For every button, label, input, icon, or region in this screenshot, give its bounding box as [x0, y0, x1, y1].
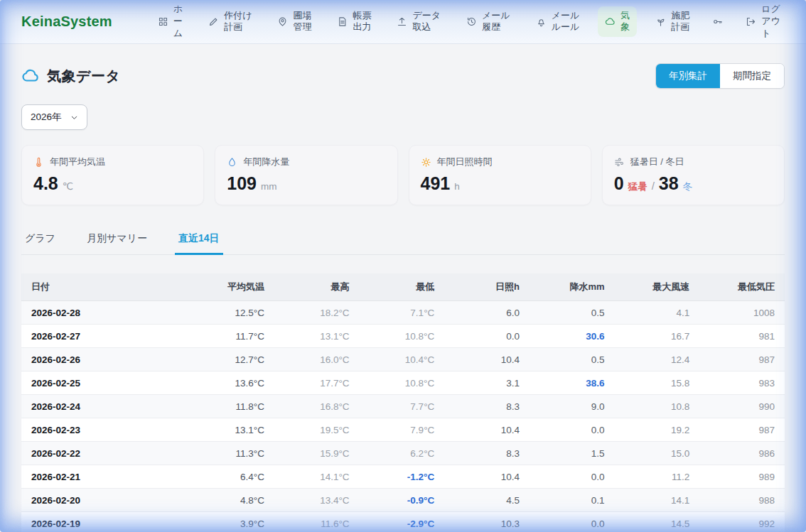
cell-col-6: 11.2: [615, 465, 700, 489]
nav-label-field-management: 圃場 管理: [293, 10, 311, 34]
cell-col-6: 14.1: [615, 489, 700, 512]
cell-col-2: 11.6°C: [274, 512, 360, 532]
nav-item-fertilizer-plan[interactable]: 施肥 計画: [648, 6, 697, 38]
separator: /: [652, 180, 655, 192]
grid-icon: [158, 16, 168, 27]
card-extreme-days: 猛暑日 / 冬日 0 猛暑 / 38 冬: [602, 145, 785, 205]
column-header-4: 日照h: [444, 273, 530, 301]
year-select[interactable]: 2026年: [21, 104, 87, 130]
cell-col-5: 0.0: [530, 465, 615, 489]
column-header-0: 日付: [21, 273, 189, 301]
column-header-5: 降水mm: [530, 273, 615, 301]
cell-col-4: 0.0: [444, 325, 530, 348]
column-header-2: 最高: [274, 273, 360, 301]
nav-label-mail-history: メール 履歴: [482, 10, 510, 34]
column-header-3: 最低: [360, 273, 445, 301]
cell-col-1: 13.1°C: [189, 418, 274, 442]
cell-col-3: 10.4°C: [360, 348, 445, 371]
key-button[interactable]: [708, 13, 727, 31]
hot-days-label: 猛暑: [628, 180, 648, 193]
cell-col-4: 10.4: [444, 418, 530, 442]
cell-col-6: 19.2: [615, 418, 700, 442]
nav-item-field-management[interactable]: 圃場 管理: [270, 6, 318, 38]
nav-item-mail-rules[interactable]: メール ルール: [529, 6, 587, 38]
cell-col-3: 7.7°C: [360, 395, 445, 418]
view-tabs: グラフ 月別サマリー 直近14日: [21, 226, 785, 255]
cell-col-2: 15.9°C: [274, 442, 360, 465]
tab-monthly-summary[interactable]: 月別サマリー: [83, 226, 151, 255]
cell-col-1: 11.7°C: [189, 325, 274, 348]
droplet-icon: [227, 157, 237, 168]
card-sunshine-unit: h: [454, 181, 460, 192]
tab-recent-14days[interactable]: 直近14日: [175, 226, 223, 255]
card-rainfall: 年間降水量 109 mm: [215, 145, 397, 205]
cell-col-7: 988: [699, 489, 785, 512]
nav-list: ホ ー ム 作付け 計画 圃場 管理 帳票 出力 データ 取込 メール 履歴 メ…: [151, 0, 788, 43]
cell-col-4: 10.3: [444, 512, 530, 532]
nav-item-logout[interactable]: ログ アウ ト: [738, 0, 788, 43]
card-avg-temp-value: 4.8: [33, 173, 58, 194]
nav-item-weather[interactable]: 気 象: [598, 6, 637, 38]
table-row: 2026-02-2211.3°C15.9°C6.2°C8.31.515.0986: [21, 442, 785, 465]
card-rainfall-value: 109: [227, 173, 257, 194]
cell-col-5: 38.6: [530, 371, 615, 395]
cell-col-2: 14.1°C: [274, 465, 360, 489]
brand-logo: KeinaSystem: [21, 13, 112, 30]
cell-col-3: 10.8°C: [360, 371, 445, 395]
cell-col-2: 19.5°C: [274, 418, 360, 442]
nav-item-home[interactable]: ホ ー ム: [151, 0, 190, 43]
card-avg-temp: 年間平均気温 4.8 ℃: [21, 145, 204, 205]
cell-col-5: 0.1: [530, 489, 615, 512]
table-row: 2026-02-2313.1°C19.5°C7.9°C10.40.019.298…: [21, 418, 785, 442]
cell-col-1: 3.9°C: [189, 512, 274, 532]
history-clock-icon: [466, 16, 477, 27]
tab-graph[interactable]: グラフ: [21, 226, 59, 255]
sprout-icon: [655, 16, 666, 27]
nav-item-planting-plan[interactable]: 作付け 計画: [201, 6, 259, 38]
cell-col-7: 990: [699, 395, 785, 418]
table-row: 2026-02-204.8°C13.4°C-0.9°C4.50.114.1988: [21, 489, 785, 512]
top-navbar: KeinaSystem ホ ー ム 作付け 計画 圃場 管理 帳票 出力 データ…: [0, 0, 806, 44]
period-select-button[interactable]: 期間指定: [720, 64, 784, 88]
wind-icon: [614, 157, 625, 168]
cold-days-value: 38: [659, 173, 679, 194]
nav-item-data-import[interactable]: データ 取込: [389, 6, 448, 38]
card-extreme-days-label: 猛暑日 / 冬日: [630, 156, 684, 168]
cell-col-7: 989: [699, 465, 785, 489]
column-header-7: 最低気圧: [699, 273, 785, 301]
cell-col-4: 8.3: [444, 442, 530, 465]
map-pin-icon: [277, 16, 288, 27]
key-icon: [712, 16, 723, 27]
cloud-icon: [605, 16, 616, 27]
cell-col-4: 10.4: [444, 465, 530, 489]
nav-label-mail-rules: メール ルール: [552, 10, 580, 34]
cell-col-1: 11.3°C: [189, 442, 274, 465]
cell-col-0: 2026-02-27: [21, 325, 189, 348]
nav-label-home: ホ ー ム: [173, 4, 183, 40]
nav-item-report-output[interactable]: 帳票 出力: [330, 6, 378, 38]
cell-col-3: 7.9°C: [360, 418, 445, 442]
cell-col-3: 7.1°C: [360, 301, 445, 325]
cell-col-1: 4.8°C: [189, 489, 274, 512]
cell-col-0: 2026-02-20: [21, 489, 189, 512]
cell-col-6: 12.4: [615, 348, 700, 371]
table-row: 2026-02-216.4°C14.1°C-1.2°C10.40.011.298…: [21, 465, 785, 489]
yearly-summary-button[interactable]: 年別集計: [656, 64, 720, 88]
title-wrap: 気象データ: [21, 67, 120, 86]
table-row: 2026-02-2711.7°C13.1°C10.8°C0.030.616.79…: [21, 325, 785, 348]
cell-col-7: 981: [699, 325, 785, 348]
view-toggle: 年別集計 期間指定: [655, 63, 785, 89]
cell-col-6: 16.7: [615, 325, 700, 348]
cell-col-1: 6.4°C: [189, 465, 274, 489]
nav-label-weather: 気 象: [620, 10, 630, 34]
thermometer-icon: [33, 157, 44, 168]
page-title: 気象データ: [47, 67, 120, 86]
cell-col-4: 10.4: [444, 348, 530, 371]
cell-col-0: 2026-02-22: [21, 442, 189, 465]
cell-col-5: 9.0: [530, 395, 615, 418]
cell-col-6: 10.8: [615, 395, 700, 418]
page-header: 気象データ 年別集計 期間指定: [21, 63, 785, 89]
nav-label-data-import: データ 取込: [412, 10, 441, 34]
nav-item-mail-history[interactable]: メール 履歴: [459, 6, 517, 38]
cell-col-0: 2026-02-21: [21, 465, 189, 489]
